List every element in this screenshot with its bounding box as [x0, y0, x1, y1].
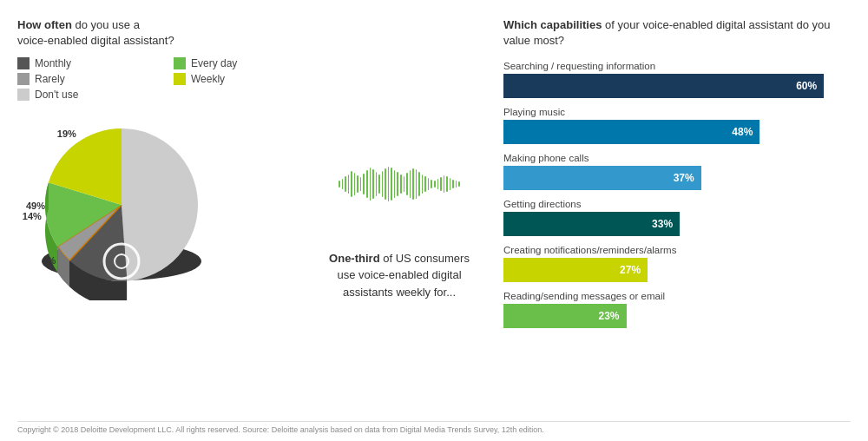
right-title: Which capabilities of your voice-enabled…	[503, 17, 851, 49]
bar-percentage: 60%	[796, 80, 817, 92]
wave-bar	[372, 169, 374, 199]
right-section: Which capabilities of your voice-enabled…	[486, 17, 851, 415]
wave-bar	[385, 168, 386, 200]
wave-bar	[404, 176, 405, 192]
wave-bar	[391, 168, 392, 201]
wave-bar	[382, 171, 384, 197]
wave-bar	[456, 181, 457, 188]
wave-bar	[394, 170, 396, 198]
wave-bar	[440, 177, 442, 191]
bar-track: 37%	[503, 166, 851, 190]
legend-item: Don't use	[17, 89, 156, 101]
wave-bar	[434, 181, 436, 188]
bar-track: 27%	[503, 258, 851, 282]
wave-bar	[348, 174, 350, 194]
wave-bar	[458, 181, 460, 187]
left-section: How often do you use avoice-enabled digi…	[17, 17, 312, 415]
bar-percentage: 33%	[652, 218, 673, 230]
wave-bar	[444, 175, 445, 193]
bar-percentage: 37%	[674, 172, 694, 184]
wave-bar	[452, 180, 454, 188]
pie-label: 49%	[26, 201, 45, 211]
pie-label: 13%	[80, 282, 99, 293]
middle-text: One-third of US consumers use voice-enab…	[321, 250, 477, 301]
pie-chart-wrapper: 49%13%4%14%19%	[26, 109, 217, 300]
wave-bar	[388, 167, 390, 201]
bar-item: Creating notifications/reminders/alarms2…	[503, 245, 851, 282]
legend-item: Weekly	[174, 73, 312, 85]
bar-label: Reading/sending messages or email	[503, 291, 851, 301]
middle-section: One-third of US consumers use voice-enab…	[312, 17, 486, 415]
bar-track: 33%	[503, 212, 851, 236]
wave-bar	[376, 172, 378, 196]
wave-bar	[418, 172, 420, 196]
legend-item: Every day	[174, 57, 312, 69]
wave-bar	[363, 174, 365, 194]
bar-fill: 33%	[503, 212, 680, 236]
bar-item: Playing music48%	[503, 107, 851, 144]
sound-waves	[339, 132, 460, 236]
wave-bar	[412, 168, 414, 200]
bar-fill: 23%	[503, 304, 627, 328]
bar-percentage: 23%	[599, 310, 620, 322]
wave-bar	[437, 179, 439, 189]
pie-label: 19%	[57, 128, 76, 139]
pie-chart	[26, 109, 217, 300]
bar-fill: 37%	[503, 166, 701, 190]
wave-bar	[422, 174, 424, 194]
wave-bar	[406, 173, 408, 195]
bar-label: Creating notifications/reminders/alarms	[503, 245, 851, 255]
bar-label: Getting directions	[503, 199, 851, 209]
footer: Copyright © 2018 Deloitte Development LL…	[17, 421, 851, 434]
bar-label: Making phone calls	[503, 153, 851, 163]
wave-bar	[446, 176, 448, 192]
bar-label: Searching / requesting information	[503, 61, 851, 71]
wave-bar	[342, 179, 344, 189]
wave-bar	[450, 178, 451, 190]
wave-bar	[339, 181, 340, 188]
pie-label: 14%	[23, 211, 42, 221]
pie-label: 4%	[42, 255, 56, 266]
wave-bar	[345, 176, 346, 192]
wave-bar	[360, 177, 362, 191]
wave-bar	[431, 180, 432, 188]
wave-bar	[410, 170, 411, 198]
bar-item: Searching / requesting information60%	[503, 61, 851, 98]
bar-track: 48%	[503, 120, 851, 144]
bar-percentage: 48%	[732, 126, 753, 138]
bar-item: Making phone calls37%	[503, 153, 851, 190]
wave-bar	[357, 175, 358, 193]
wave-bar	[378, 174, 380, 194]
bar-fill: 48%	[503, 120, 760, 144]
bar-percentage: 27%	[620, 264, 641, 276]
wave-bar	[370, 168, 372, 201]
wave-bar	[366, 170, 368, 198]
wave-bar	[428, 178, 430, 190]
bar-track: 60%	[503, 74, 851, 98]
bar-fill: 60%	[503, 74, 824, 98]
wave-bar	[351, 171, 352, 197]
legend-item: Monthly	[17, 57, 156, 69]
wave-bar	[354, 173, 356, 195]
bar-track: 23%	[503, 304, 851, 328]
bar-fill: 27%	[503, 258, 648, 282]
bar-item: Getting directions33%	[503, 199, 851, 236]
bar-label: Playing music	[503, 107, 851, 117]
wave-bar	[397, 172, 398, 196]
left-title: How often do you use avoice-enabled digi…	[17, 17, 312, 49]
bars-container: Searching / requesting information60%Pla…	[503, 61, 851, 328]
wave-bar	[400, 174, 402, 194]
legend-item: Rarely	[17, 73, 156, 85]
wave-bar	[424, 176, 426, 192]
bar-item: Reading/sending messages or email23%	[503, 291, 851, 328]
wave-bar	[416, 169, 418, 199]
legend: MonthlyEvery dayRarelyWeeklyDon't use	[17, 57, 312, 101]
